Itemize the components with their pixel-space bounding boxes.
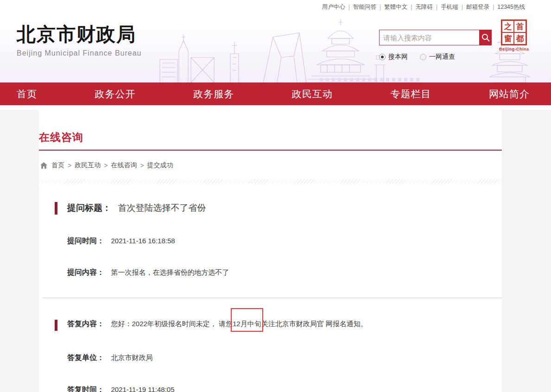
seal-char: 之 (502, 21, 513, 32)
nav-item-public-interaction[interactable]: 政民互动 (292, 88, 333, 101)
capital-window-logo[interactable]: 之 首 窗 都 Beijing-China (499, 19, 529, 51)
breadcrumb-public-interaction[interactable]: 政民互动 (75, 161, 101, 170)
scope-search-site[interactable]: 搜本网 (379, 53, 408, 61)
answer-content-row: 答复内容： 您好：2022年初级报名时间未定， 请您12月中旬关注北京市财政局官… (39, 319, 502, 329)
answer-content-value: 您好：2022年初级报名时间未定， 请您12月中旬关注北京市财政局官 网报名通知… (111, 320, 367, 328)
seal-grid: 之 首 窗 都 (501, 19, 527, 45)
answer-unit-value: 北京市财政局 (111, 354, 152, 361)
breadcrumb-separator: > (68, 162, 71, 169)
question-title-value: 首次登陆选择不了省份 (118, 203, 206, 213)
question-title-row: 提问标题： 首次登陆选择不了省份 (39, 202, 502, 214)
home-icon[interactable] (40, 162, 47, 169)
question-time-row: 提问时间： 2021-11-16 16:18:58 (39, 236, 502, 246)
search-icon (481, 33, 490, 42)
page-body: 在线咨询 首页 > 政民互动 > 在线咨询 > 提交成功 (0, 110, 551, 392)
seal-caption: Beijing-China (499, 47, 529, 51)
question-content-value: 第一次报名，在选择省份的地方选不了 (111, 268, 229, 276)
topbar-link-mail-login[interactable]: 邮箱登录 (466, 3, 489, 11)
search-input[interactable] (379, 30, 479, 45)
divider-strip (0, 105, 551, 110)
scope-label: 一网通查 (429, 53, 455, 61)
answer-time-label: 答复时间： (67, 386, 104, 392)
radio-selected-icon[interactable] (379, 54, 386, 60)
answer-unit-row: 答复单位： 北京市财政局 (39, 353, 502, 363)
answer-unit-label: 答复单位： (67, 354, 104, 361)
breadcrumb-separator: > (104, 162, 108, 169)
topbar-link-mobile[interactable]: 手机端 (441, 3, 458, 11)
topbar-separator: | (436, 4, 437, 10)
topbar-separator: | (493, 4, 494, 10)
topbar-link-accessibility[interactable]: 无障碍 (415, 3, 433, 11)
site-logo[interactable]: 北京市财政局 Beijing Municipal Finance Bureau (17, 24, 141, 57)
answer-time-row: 答复时间： 2021-11-19 11:48:05 (39, 385, 502, 392)
topbar-separator: | (348, 4, 350, 10)
page: 用户中心|智能问答|繁體中文|无障碍|手机端|邮箱登录|12345热线 (0, 0, 551, 392)
site-subtitle: Beijing Municipal Finance Bureau (17, 49, 141, 57)
search-button[interactable] (479, 30, 492, 45)
nav-item-special-topics[interactable]: 专题栏目 (390, 88, 431, 101)
breadcrumb-online-consultation[interactable]: 在线咨询 (111, 161, 137, 170)
nav-item-site-intro[interactable]: 网站简介 (489, 88, 530, 101)
seal-char: 都 (514, 33, 526, 44)
top-utility-bar: 用户中心|智能问答|繁體中文|无障碍|手机端|邮箱登录|12345热线 (0, 0, 551, 14)
topbar-separator: | (380, 4, 381, 10)
nav-item-government-services[interactable]: 政务服务 (193, 88, 234, 101)
topbar-link-user-center[interactable]: 用户中心 (322, 3, 345, 11)
answer-text-after: 关注北京市财政局官 网报名通知。 (261, 320, 367, 328)
section-divider (42, 297, 502, 298)
page-title: 在线咨询 (39, 130, 502, 145)
question-time-value: 2021-11-16 16:18:58 (111, 237, 175, 245)
nav-item-government-affairs[interactable]: 政务公开 (95, 88, 136, 101)
breadcrumb-separator: > (140, 162, 144, 169)
site-header: 北京市财政局 Beijing Municipal Finance Bureau … (0, 14, 551, 82)
question-content-label: 提问内容： (67, 268, 104, 276)
main-navigation: 首页 政务公开 政务服务 政民互动 专题栏目 网站简介 (0, 82, 551, 105)
hatched-divider (39, 179, 502, 183)
scope-one-network-search[interactable]: 一网通查 (420, 53, 455, 61)
answer-content-label: 答复内容： (67, 320, 104, 328)
answer-time-value: 2021-11-19 11:48:05 (111, 386, 174, 392)
section-marker-bar (55, 202, 57, 215)
section-marker-bar (55, 320, 57, 331)
annotation-highlight-box: 12月中旬 (233, 320, 261, 328)
seal-char: 首 (514, 21, 526, 32)
question-time-label: 提问时间： (67, 237, 104, 245)
breadcrumb-home[interactable]: 首页 (51, 161, 64, 170)
topbar-link-traditional-chinese[interactable]: 繁體中文 (384, 3, 407, 11)
topbar-separator: | (411, 4, 412, 10)
scope-label: 搜本网 (388, 53, 408, 61)
answer-text-before: 您好：2022年初级报名时间未定， 请您 (111, 320, 233, 328)
topbar-link-12345-hotline[interactable]: 12345热线 (497, 3, 525, 11)
nav-item-home[interactable]: 首页 (17, 88, 37, 101)
qa-detail: 提问标题： 首次登陆选择不了省份 提问时间： 2021-11-16 16:18:… (39, 202, 502, 392)
search-area: 搜本网 一网通查 (379, 30, 492, 61)
topbar-link-smart-qa[interactable]: 智能问答 (353, 3, 376, 11)
content-panel: 在线咨询 首页 > 政民互动 > 在线咨询 > 提交成功 (39, 110, 502, 392)
question-content-row: 提问内容： 第一次报名，在选择省份的地方选不了 (39, 268, 502, 278)
breadcrumb-current: 提交成功 (147, 161, 173, 170)
breadcrumb: 首页 > 政民互动 > 在线咨询 > 提交成功 (39, 161, 502, 170)
seal-char: 窗 (502, 33, 513, 44)
site-title: 北京市财政局 (17, 24, 141, 45)
radio-unselected-icon[interactable] (420, 54, 426, 60)
question-title-label: 提问标题： (67, 203, 111, 213)
title-underline (39, 150, 502, 151)
topbar-separator: | (462, 4, 463, 10)
